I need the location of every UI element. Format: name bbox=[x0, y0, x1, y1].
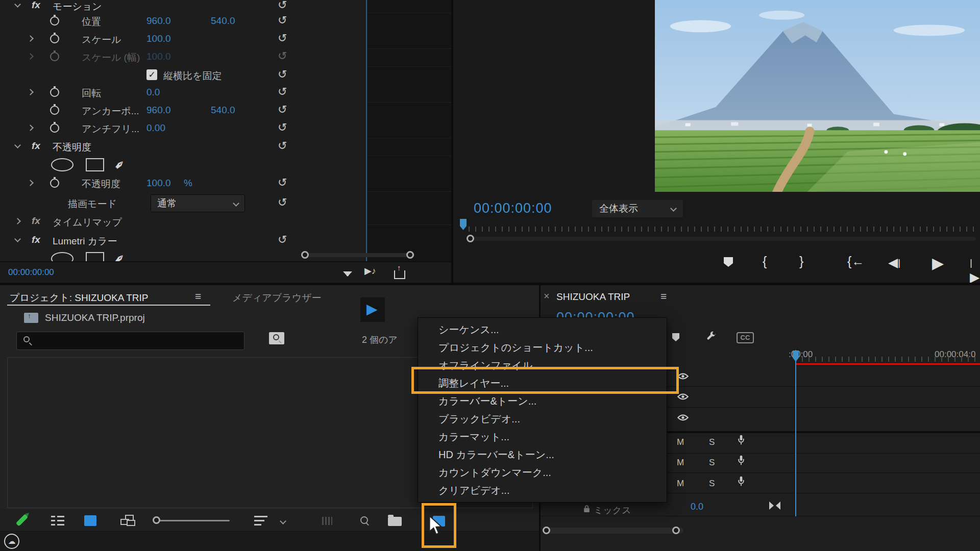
antiflicker-value[interactable]: 0.00 bbox=[146, 122, 165, 134]
effect-row-lumetri[interactable]: fx Lumetri カラー ↺ bbox=[0, 233, 306, 248]
chevron-right-icon[interactable] bbox=[14, 218, 21, 224]
kf-scroll-knob-left[interactable] bbox=[301, 251, 309, 259]
horizontal-panel-divider[interactable] bbox=[0, 283, 980, 285]
stopwatch-icon[interactable] bbox=[50, 88, 59, 97]
kf-scroll-knob-right[interactable] bbox=[406, 251, 414, 259]
filter-icon[interactable] bbox=[343, 271, 352, 277]
zoom-slider-track[interactable] bbox=[153, 520, 230, 521]
rotation-value[interactable]: 0.0 bbox=[146, 87, 160, 98]
effect-row-scale[interactable]: スケール 100.0 ↺ bbox=[0, 32, 306, 47]
program-video[interactable] bbox=[655, 0, 980, 192]
step-forward-icon[interactable]: |▶ bbox=[970, 255, 980, 285]
panel-menu-icon[interactable]: ≡ bbox=[660, 290, 667, 303]
captions-icon[interactable]: CC bbox=[737, 332, 754, 343]
solo-button[interactable]: S bbox=[709, 437, 715, 447]
effect-row-time-remap[interactable]: fx タイムリマップ bbox=[0, 214, 306, 230]
find-icon[interactable] bbox=[360, 516, 368, 524]
chevron-right-icon[interactable] bbox=[27, 35, 34, 42]
search-bin-icon[interactable] bbox=[269, 332, 284, 344]
monitor-playhead[interactable] bbox=[459, 218, 468, 232]
reset-icon[interactable]: ↺ bbox=[278, 32, 287, 45]
project-file-name[interactable]: SHIZUOKA TRIP.prproj bbox=[45, 312, 145, 323]
reset-icon[interactable]: ↺ bbox=[278, 103, 287, 116]
position-y-value[interactable]: 540.0 bbox=[211, 15, 235, 27]
mute-button[interactable]: M bbox=[677, 437, 684, 447]
tab-sequence[interactable]: SHIZUOKA TRIP bbox=[556, 291, 630, 303]
hidden-items-icon[interactable] bbox=[322, 517, 332, 525]
timeline-scrollbar[interactable] bbox=[544, 528, 683, 534]
zoom-slider-knob[interactable] bbox=[153, 516, 160, 524]
search-input[interactable] bbox=[16, 332, 244, 350]
effect-row-opacity-group[interactable]: fx 不透明度 ↺ bbox=[0, 139, 306, 155]
tab-media-browser[interactable]: メディアブラウザー bbox=[232, 291, 322, 305]
keyframe-divider[interactable] bbox=[366, 0, 367, 261]
chevron-down-icon[interactable] bbox=[14, 1, 21, 8]
new-bin-icon[interactable] bbox=[388, 517, 402, 526]
reset-icon[interactable]: ↺ bbox=[278, 0, 287, 12]
marker-icon[interactable] bbox=[671, 332, 680, 342]
menu-item-sequence[interactable]: シーケンス... bbox=[418, 321, 667, 339]
solo-button[interactable]: S bbox=[709, 458, 715, 468]
vertical-panel-divider-top[interactable] bbox=[451, 0, 453, 283]
effect-row-rotation[interactable]: 回転 0.0 ↺ bbox=[0, 85, 306, 101]
blend-mode-select[interactable]: 通常 bbox=[151, 194, 245, 212]
reset-icon[interactable]: ↺ bbox=[278, 68, 287, 81]
zoom-level-select[interactable]: 全体表示 bbox=[592, 200, 683, 217]
tab-project[interactable]: プロジェクト: SHIZUOKA TRIP bbox=[10, 291, 149, 305]
go-to-in-icon[interactable]: {← bbox=[847, 254, 864, 269]
opacity-value[interactable]: 100.0 bbox=[146, 178, 171, 189]
play-button-icon[interactable]: ▶ bbox=[932, 254, 944, 272]
mic-icon[interactable] bbox=[738, 455, 745, 465]
chevron-right-icon[interactable] bbox=[27, 124, 34, 131]
reset-icon[interactable]: ↺ bbox=[278, 85, 287, 98]
menu-item-countdown[interactable]: カウントダウンマーク... bbox=[418, 464, 667, 482]
stopwatch-icon[interactable] bbox=[50, 179, 59, 188]
mark-in-icon[interactable]: { bbox=[763, 254, 767, 269]
stopwatch-icon[interactable] bbox=[50, 16, 59, 26]
mute-button[interactable]: M bbox=[677, 479, 684, 489]
reset-icon[interactable]: ↺ bbox=[278, 176, 287, 189]
menu-item-color-bars[interactable]: カラーバー&トーン... bbox=[418, 392, 667, 410]
position-x-value[interactable]: 960.0 bbox=[146, 15, 171, 27]
timeline-scroll-knob-right[interactable] bbox=[672, 527, 680, 534]
icon-view-icon[interactable] bbox=[84, 515, 96, 526]
effect-timecode[interactable]: 00:00:00:00 bbox=[8, 267, 54, 278]
effect-row-blend-mode[interactable]: 描画モード 通常 ↺ bbox=[0, 196, 306, 211]
mark-out-icon[interactable]: } bbox=[799, 254, 803, 269]
mix-bowtie-icon[interactable] bbox=[769, 502, 780, 510]
track-visibility-icon[interactable] bbox=[677, 373, 689, 380]
chevron-down-icon[interactable] bbox=[14, 142, 21, 148]
rect-mask-icon[interactable] bbox=[86, 158, 104, 171]
effect-row-uniform-scale[interactable]: ✓ 縦横比を固定 ↺ bbox=[0, 68, 306, 83]
reset-icon[interactable]: ↺ bbox=[278, 196, 287, 209]
reset-icon[interactable]: ↺ bbox=[278, 14, 287, 27]
checkbox-checked-icon[interactable]: ✓ bbox=[146, 69, 157, 80]
wrench-icon[interactable] bbox=[706, 331, 717, 342]
timeline-scroll-knob-left[interactable] bbox=[543, 527, 550, 534]
stopwatch-icon[interactable] bbox=[50, 123, 59, 133]
stopwatch-icon[interactable] bbox=[50, 34, 59, 43]
effect-row-opacity[interactable]: 不透明度 100.0 % ↺ bbox=[0, 176, 306, 191]
sort-icon[interactable] bbox=[254, 516, 267, 526]
solo-button[interactable]: S bbox=[709, 479, 715, 489]
chevron-down-icon[interactable] bbox=[14, 236, 21, 242]
keyframe-area[interactable] bbox=[368, 0, 451, 261]
anchor-x-value[interactable]: 960.0 bbox=[146, 105, 171, 116]
export-icon[interactable]: ↑ bbox=[394, 270, 405, 279]
freeform-view-icon[interactable] bbox=[120, 515, 136, 527]
mic-icon[interactable] bbox=[738, 476, 745, 486]
mute-button[interactable]: M bbox=[677, 458, 684, 468]
chevron-right-icon[interactable] bbox=[27, 89, 34, 95]
stopwatch-icon[interactable] bbox=[50, 106, 59, 115]
effect-row-anchor[interactable]: アンカーポ... 960.0 540.0 ↺ bbox=[0, 103, 306, 118]
step-back-icon[interactable]: ◀| bbox=[888, 255, 900, 270]
effect-row-antiflicker[interactable]: アンチフリ... 0.00 ↺ bbox=[0, 121, 306, 136]
master-volume-value[interactable]: 0.0 bbox=[691, 502, 703, 512]
effect-row-motion[interactable]: fx モーション ↺ bbox=[0, 0, 306, 14]
anchor-y-value[interactable]: 540.0 bbox=[211, 105, 235, 116]
menu-item-project-shortcut[interactable]: プロジェクトのショートカット... bbox=[418, 339, 667, 357]
menu-item-color-matte[interactable]: カラーマット... bbox=[418, 428, 667, 446]
project-root-icon[interactable]: ↑ bbox=[24, 313, 38, 323]
monitor-ruler[interactable] bbox=[469, 227, 979, 232]
pen-mask-icon[interactable]: ✒ bbox=[110, 156, 129, 174]
